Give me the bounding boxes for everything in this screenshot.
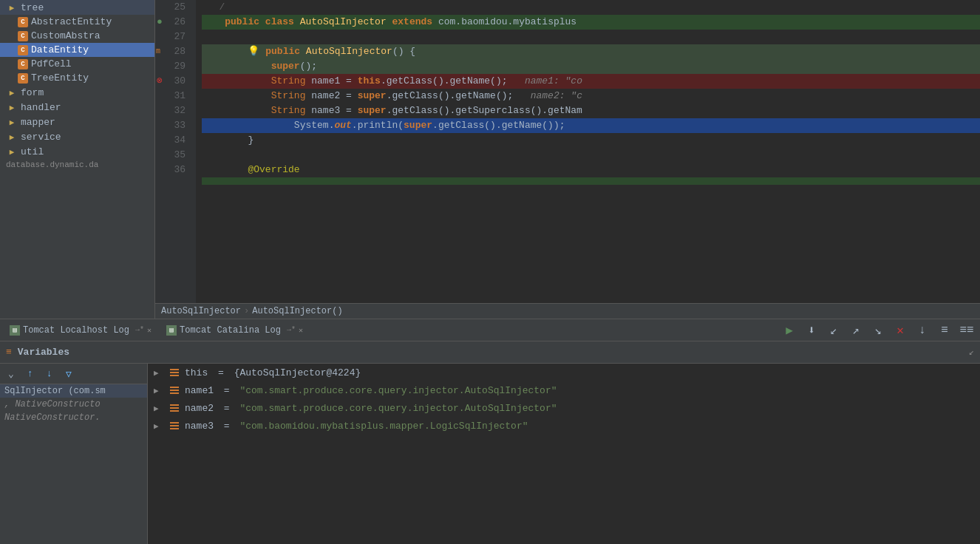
tab-tomcat-localhost[interactable]: ▤ Tomcat Localhost Log →* ✕ <box>3 322 158 339</box>
variable-row-this[interactable]: ▶ this = {AutoSqlInjector@4224} <box>148 364 980 381</box>
line-num-36: 36 <box>155 163 190 177</box>
line-num-33: 33 <box>155 118 190 133</box>
debug-btn-list[interactable]: ≡ <box>934 320 955 341</box>
call-stack-label-1: SqlInjector (com.sm <box>4 386 106 396</box>
line-num-30: 30 ⊗ <box>155 74 190 89</box>
line-num-34: 34 <box>155 133 190 148</box>
debug-btn-run-to[interactable]: ↘ <box>868 320 888 341</box>
breadcrumb-item-1: AutoSqlInjector <box>161 306 241 316</box>
line-num-26: 26 ● <box>155 15 190 30</box>
breadcrumb-item-2: AutoSqlInjector() <box>252 306 342 316</box>
sidebar-item-abstract-entity[interactable]: C AbstractEntity <box>0 15 154 29</box>
code-line-31: String name2 = super.getClass().getName(… <box>202 89 980 103</box>
code-content: 25 26 ● 27 28 m 29 30 ⊗ 31 <box>155 0 980 303</box>
line-num-25: 25 <box>155 0 190 15</box>
breadcrumb-separator: › <box>244 306 249 316</box>
debug-toolbar-icons: ▶ ⬇ ↙ ↗ ↘ ✕ ↓ ≡ ≡≡ <box>779 320 977 341</box>
pin-icon: →* <box>135 326 144 334</box>
var-val-name3: "com.baomidou.mybatisplus.mapper.LogicSq… <box>239 421 528 432</box>
call-stack-item-2[interactable]: , NativeConstructo <box>0 398 147 411</box>
variable-row-name2[interactable]: ▶ name2 = "com.smart.produce.core.query.… <box>148 399 980 417</box>
debug-up-btn[interactable]: ↑ <box>22 366 38 382</box>
close-tab-catalina[interactable]: ✕ <box>299 326 303 335</box>
sidebar-label: form <box>21 87 44 98</box>
code-line-36: @Override <box>202 163 980 177</box>
debug-btn-stop[interactable]: ✕ <box>890 320 911 341</box>
code-lines[interactable]: / public class AutoSqlInjector extends c… <box>196 0 980 303</box>
tab-icon-localhost: ▤ <box>10 325 20 336</box>
bottom-tabs-bar: ▤ Tomcat Localhost Log →* ✕ ▤ Tomcat Cat… <box>0 319 980 341</box>
expand-arrow-name1[interactable]: ▶ <box>154 386 164 395</box>
variables-content: ⌄ ↑ ↓ ▽ SqlInjector (com.sm , NativeCons… <box>0 364 980 544</box>
variable-row-name3[interactable]: ▶ name3 = "com.baomidou.mybatisplus.mapp… <box>148 417 980 435</box>
debug-btn-step-into[interactable]: ↙ <box>823 320 844 341</box>
expand-arrow-name3[interactable]: ▶ <box>154 421 164 431</box>
sidebar-item-custom-abstract[interactable]: C CustomAbstra <box>0 29 154 43</box>
tab-icon-catalina: ▤ <box>166 325 177 336</box>
sidebar-item-form[interactable]: ▶ form <box>0 85 154 100</box>
call-stack-item-1[interactable]: SqlInjector (com.sm <box>0 384 147 398</box>
code-line-33: System.out.println(super.getClass().getN… <box>202 118 980 133</box>
class-icon: C <box>18 17 28 27</box>
sidebar-item-pdf-cell[interactable]: C PdfCell <box>0 57 154 71</box>
var-icon-name1 <box>169 384 180 396</box>
line-num-extra <box>155 177 190 192</box>
class-icon: C <box>18 31 28 41</box>
call-stack-item-3[interactable]: NativeConstructor. <box>0 411 147 424</box>
sidebar-item-mapper[interactable]: ▶ mapper <box>0 115 154 129</box>
line-num-28: 28 m <box>155 44 190 59</box>
expand-arrow-this[interactable]: ▶ <box>154 368 164 378</box>
expand-arrow-name2[interactable]: ▶ <box>154 404 164 413</box>
tab-label-catalina: Tomcat Catalina Log <box>180 325 281 336</box>
var-eq-name3: = <box>218 421 235 432</box>
debug-btn-step-out[interactable]: ↗ <box>845 320 866 341</box>
top-area: ▶ tree C AbstractEntity C CustomAbstra C… <box>0 0 980 319</box>
sidebar-item-tree-entity[interactable]: C TreeEntity <box>0 71 154 85</box>
code-line-28: 💡 public AutoSqlInjector() { <box>202 44 980 59</box>
sidebar-item-util[interactable]: ▶ util <box>0 144 154 159</box>
debug-btn-resume[interactable]: ▶ <box>779 320 800 341</box>
sidebar-item-tree[interactable]: ▶ tree <box>0 0 154 15</box>
debug-chevron-btn[interactable]: ⌄ <box>3 366 19 382</box>
green-dot-icon: ● <box>157 15 163 30</box>
call-stack-panel: ⌄ ↑ ↓ ▽ SqlInjector (com.sm , NativeCons… <box>0 364 148 544</box>
variables-pin-icon[interactable]: ↙ <box>969 347 974 358</box>
sidebar-item-handler[interactable]: ▶ handler <box>0 100 154 115</box>
debug-down-btn[interactable]: ↓ <box>41 366 58 382</box>
line-num-27: 27 <box>155 30 190 44</box>
code-line-26: public class AutoSqlInjector extends com… <box>202 15 980 30</box>
var-val-name1: "com.smart.produce.core.query.injector.A… <box>239 385 557 396</box>
pin-icon-2: →* <box>287 326 296 334</box>
folder-icon: ▶ <box>6 116 18 128</box>
variable-row-name1[interactable]: ▶ name1 = "com.smart.produce.core.query.… <box>148 381 980 399</box>
line-numbers: 25 26 ● 27 28 m 29 30 ⊗ 31 <box>155 0 196 303</box>
sidebar-label: AbstractEntity <box>31 16 112 27</box>
tab-label-localhost: Tomcat Localhost Log <box>23 325 129 336</box>
folder-icon: ▶ <box>6 146 18 157</box>
line-num-31: 31 <box>155 89 190 103</box>
tab-tomcat-catalina[interactable]: ▤ Tomcat Catalina Log →* ✕ <box>160 322 310 339</box>
var-icon-name3 <box>169 420 180 432</box>
class-icon: C <box>18 59 28 69</box>
debug-btn-step-over[interactable]: ⬇ <box>801 320 822 341</box>
m-dot-icon: m <box>156 44 160 59</box>
sidebar-label: DataEntity <box>31 44 89 55</box>
var-val-name2: "com.smart.produce.core.query.injector.A… <box>239 403 557 414</box>
sidebar-label: PdfCell <box>31 58 72 69</box>
debug-filter-btn[interactable]: ▽ <box>61 366 77 382</box>
line-num-29: 29 <box>155 59 190 74</box>
line-num-35: 35 <box>155 148 190 163</box>
sidebar-item-service[interactable]: ▶ service <box>0 129 154 144</box>
debug-btn-settings[interactable]: ≡≡ <box>956 320 977 341</box>
sidebar-label: TreeEntity <box>31 72 89 84</box>
var-val-this: {AutoSqlInjector@4224} <box>234 367 361 378</box>
breadcrumb: AutoSqlInjector › AutoSqlInjector() <box>155 303 980 319</box>
variables-panel: ≡ Variables ↙ ⌄ ↑ ↓ ▽ SqlInjector (com.s… <box>0 341 980 544</box>
var-name-name3: name3 <box>185 421 214 432</box>
close-tab-localhost[interactable]: ✕ <box>147 326 152 335</box>
main-container: ▶ tree C AbstractEntity C CustomAbstra C… <box>0 0 980 544</box>
debug-btn-mute[interactable]: ↓ <box>912 320 933 341</box>
code-line-25: / <box>202 0 980 15</box>
error-icon: ⊗ <box>157 74 163 89</box>
sidebar-item-data-entity[interactable]: C DataEntity <box>0 43 154 57</box>
